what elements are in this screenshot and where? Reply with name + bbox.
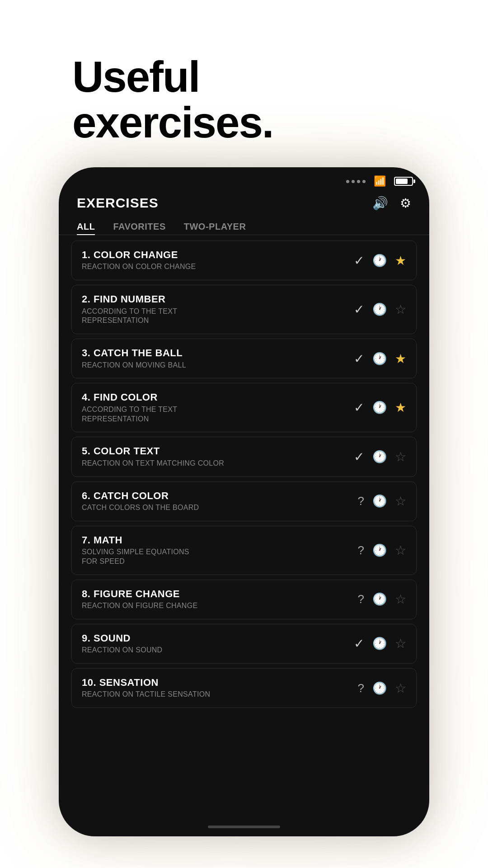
tab-two-player[interactable]: TWO-PLAYER <box>184 219 246 235</box>
history-icon-6[interactable]: 🕐 <box>372 494 387 508</box>
exercise-name-5: 5. COLOR TEXT <box>82 445 347 457</box>
star-icon-3[interactable]: ★ <box>395 351 406 366</box>
exercise-item-6[interactable]: 6. CATCH COLOR CATCH COLORS ON THE BOARD… <box>71 481 417 521</box>
history-icon-10[interactable]: 🕐 <box>372 681 387 695</box>
exercise-desc-10: REACTION ON TACTILE SENSATION <box>82 690 352 699</box>
question-icon-7: ? <box>358 543 364 557</box>
exercise-item-3[interactable]: 3. CATCH THE BALL REACTION ON MOVING BAL… <box>71 339 417 378</box>
exercise-list: 1. COLOR CHANGE REACTION ON COLOR CHANGE… <box>59 241 429 712</box>
battery-fill <box>396 179 408 184</box>
history-icon-1[interactable]: 🕐 <box>372 254 387 268</box>
exercise-name-9: 9. SOUND <box>82 632 347 644</box>
settings-icon[interactable]: ⚙ <box>400 196 411 211</box>
exercise-desc-7: SOLVING SIMPLE EQUATIONSFOR SPEED <box>82 547 352 566</box>
exercise-actions-6: ? 🕐 ☆ <box>358 494 406 509</box>
page-headline: Useful exercises. <box>72 54 273 146</box>
star-icon-4[interactable]: ★ <box>395 400 406 415</box>
dot-1 <box>346 180 349 183</box>
check-icon-4: ✓ <box>354 400 364 415</box>
app-header: EXERCISES 🔊 ⚙ <box>59 191 429 215</box>
history-icon-8[interactable]: 🕐 <box>372 592 387 606</box>
exercise-item-2[interactable]: 2. FIND NUMBER ACCORDING TO THE TEXTREPR… <box>71 285 417 334</box>
question-icon-10: ? <box>358 681 364 695</box>
question-icon-8: ? <box>358 592 364 606</box>
phone-frame: 📶 EXERCISES 🔊 ⚙ ALL FAVORITES TWO-PLAYER… <box>59 167 429 836</box>
check-icon-3: ✓ <box>354 351 364 366</box>
check-icon-2: ✓ <box>354 302 364 317</box>
exercise-desc-8: REACTION ON FIGURE CHANGE <box>82 601 352 611</box>
tab-favorites[interactable]: FAVORITES <box>113 219 165 235</box>
tabs: ALL FAVORITES TWO-PLAYER <box>59 215 429 235</box>
exercise-desc-3: REACTION ON MOVING BALL <box>82 361 347 370</box>
history-icon-4[interactable]: 🕐 <box>372 401 387 415</box>
exercise-text-7: 7. MATH SOLVING SIMPLE EQUATIONSFOR SPEE… <box>82 534 352 566</box>
exercise-actions-7: ? 🕐 ☆ <box>358 543 406 558</box>
history-icon-7[interactable]: 🕐 <box>372 543 387 557</box>
headline-line1: Useful <box>72 52 199 101</box>
header-icons: 🔊 ⚙ <box>372 196 411 211</box>
exercise-actions-2: ✓ 🕐 ☆ <box>354 302 406 317</box>
exercise-text-2: 2. FIND NUMBER ACCORDING TO THE TEXTREPR… <box>82 293 347 326</box>
check-icon-5: ✓ <box>354 449 364 464</box>
question-icon-6: ? <box>358 494 364 508</box>
exercise-text-3: 3. CATCH THE BALL REACTION ON MOVING BAL… <box>82 347 347 370</box>
wifi-icon: 📶 <box>374 175 386 187</box>
exercise-actions-10: ? 🕐 ☆ <box>358 681 406 696</box>
history-icon-5[interactable]: 🕐 <box>372 450 387 464</box>
history-icon-3[interactable]: 🕐 <box>372 352 387 366</box>
exercise-actions-3: ✓ 🕐 ★ <box>354 351 406 366</box>
exercise-desc-1: REACTION ON COLOR CHANGE <box>82 262 347 272</box>
exercise-text-1: 1. COLOR CHANGE REACTION ON COLOR CHANGE <box>82 249 347 272</box>
history-icon-9[interactable]: 🕐 <box>372 637 387 651</box>
exercise-item-9[interactable]: 9. SOUND REACTION ON SOUND ✓ 🕐 ☆ <box>71 624 417 664</box>
star-icon-9[interactable]: ☆ <box>395 636 406 651</box>
exercise-actions-8: ? 🕐 ☆ <box>358 592 406 607</box>
star-icon-6[interactable]: ☆ <box>395 494 406 509</box>
dot-4 <box>362 180 366 183</box>
exercise-text-10: 10. SENSATION REACTION ON TACTILE SENSAT… <box>82 677 352 699</box>
tab-all[interactable]: ALL <box>77 219 95 235</box>
status-bar: 📶 <box>59 167 429 191</box>
headline-line2: exercises. <box>72 98 273 146</box>
star-icon-7[interactable]: ☆ <box>395 543 406 558</box>
exercise-name-7: 7. MATH <box>82 534 352 546</box>
exercise-actions-5: ✓ 🕐 ☆ <box>354 449 406 464</box>
history-icon-2[interactable]: 🕐 <box>372 302 387 316</box>
exercise-item-5[interactable]: 5. COLOR TEXT REACTION ON TEXT MATCHING … <box>71 437 417 476</box>
exercise-text-9: 9. SOUND REACTION ON SOUND <box>82 632 347 655</box>
exercise-item-10[interactable]: 10. SENSATION REACTION ON TACTILE SENSAT… <box>71 668 417 708</box>
exercise-name-1: 1. COLOR CHANGE <box>82 249 347 261</box>
exercise-item-1[interactable]: 1. COLOR CHANGE REACTION ON COLOR CHANGE… <box>71 241 417 280</box>
exercise-text-4: 4. FIND COLOR ACCORDING TO THE TEXTREPRE… <box>82 392 347 424</box>
star-icon-5[interactable]: ☆ <box>395 449 406 464</box>
dot-3 <box>357 180 360 183</box>
star-icon-2[interactable]: ☆ <box>395 302 406 317</box>
exercise-name-8: 8. FIGURE CHANGE <box>82 588 352 600</box>
exercise-text-8: 8. FIGURE CHANGE REACTION ON FIGURE CHAN… <box>82 588 352 611</box>
exercise-item-8[interactable]: 8. FIGURE CHANGE REACTION ON FIGURE CHAN… <box>71 580 417 619</box>
signal-dots <box>346 180 366 183</box>
exercise-desc-6: CATCH COLORS ON THE BOARD <box>82 503 352 513</box>
exercise-name-6: 6. CATCH COLOR <box>82 490 352 502</box>
home-indicator <box>208 826 280 828</box>
check-icon-1: ✓ <box>354 253 364 268</box>
exercise-name-3: 3. CATCH THE BALL <box>82 347 347 359</box>
exercise-desc-5: REACTION ON TEXT MATCHING COLOR <box>82 459 347 468</box>
exercise-name-10: 10. SENSATION <box>82 677 352 689</box>
star-icon-8[interactable]: ☆ <box>395 592 406 607</box>
exercise-desc-4: ACCORDING TO THE TEXTREPRESENTATION <box>82 405 347 424</box>
app-title: EXERCISES <box>77 195 159 211</box>
exercise-actions-9: ✓ 🕐 ☆ <box>354 636 406 651</box>
sound-icon[interactable]: 🔊 <box>372 196 388 211</box>
star-icon-10[interactable]: ☆ <box>395 681 406 696</box>
exercise-item-7[interactable]: 7. MATH SOLVING SIMPLE EQUATIONSFOR SPEE… <box>71 526 417 575</box>
exercise-text-6: 6. CATCH COLOR CATCH COLORS ON THE BOARD <box>82 490 352 513</box>
dot-2 <box>352 180 355 183</box>
star-icon-1[interactable]: ★ <box>395 253 406 268</box>
exercise-desc-9: REACTION ON SOUND <box>82 646 347 655</box>
exercise-desc-2: ACCORDING TO THE TEXTREPRESENTATION <box>82 307 347 326</box>
exercise-item-4[interactable]: 4. FIND COLOR ACCORDING TO THE TEXTREPRE… <box>71 383 417 432</box>
exercise-text-5: 5. COLOR TEXT REACTION ON TEXT MATCHING … <box>82 445 347 468</box>
exercise-name-2: 2. FIND NUMBER <box>82 293 347 305</box>
exercise-actions-1: ✓ 🕐 ★ <box>354 253 406 268</box>
